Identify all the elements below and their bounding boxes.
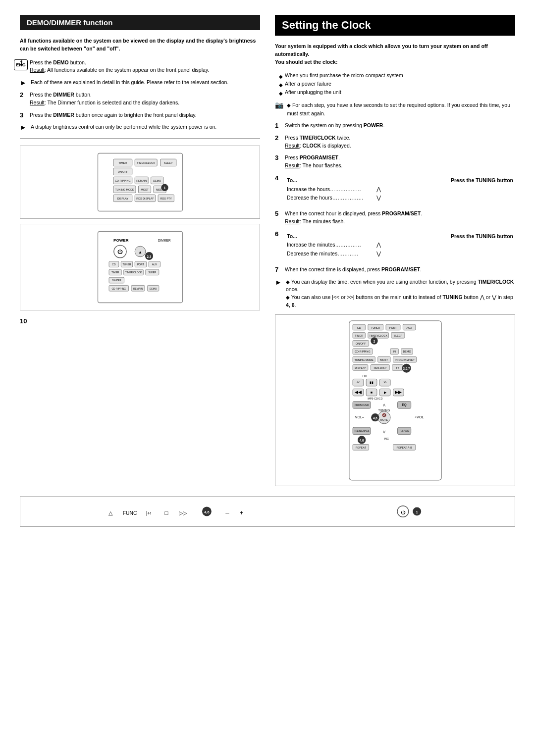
svg-text:▷▷: ▷▷ xyxy=(179,510,187,516)
step-3-content: Press the DIMMER button once again to br… xyxy=(30,111,260,119)
svg-text:TIMER/CLOCK: TIMER/CLOCK xyxy=(125,271,142,274)
svg-text:▮▮: ▮▮ xyxy=(370,380,374,385)
right-step-2: 2 Press TIMER/CLOCK twice. Result: CLOCK… xyxy=(275,134,515,150)
right-section-title: Setting the Clock xyxy=(275,15,515,36)
svg-text:△: △ xyxy=(108,510,113,516)
step-6-press-label: Press the TUNING button xyxy=(373,232,515,241)
right-footer-note: ► ◆ You can display the time, even when … xyxy=(275,278,515,309)
svg-text:MOST: MOST xyxy=(380,358,388,361)
r-step-6-content: To... Press the TUNING button Increase t… xyxy=(285,230,515,261)
right-step-5: 5 When the correct hour is displayed, pr… xyxy=(275,210,515,226)
svg-text:◀◀: ◀◀ xyxy=(354,390,361,395)
step-4-table: To... Press the TUNING button Increase t… xyxy=(285,176,515,202)
svg-text:TIMER: TIMER xyxy=(355,334,363,337)
svg-text:+10: +10 xyxy=(362,374,367,377)
step-6-to-label: To... xyxy=(285,232,373,241)
left-section-title: DEMO/DIMMER function xyxy=(20,15,260,30)
svg-text:DISPLAY: DISPLAY xyxy=(117,197,128,200)
remote-diagram-3: CD TUNER PORT AUX TIMER TIMER/CLOCK SLEE… xyxy=(348,320,442,481)
step-4-to-label: To... xyxy=(285,176,373,185)
r-step-3-num: 3 xyxy=(275,154,282,161)
svg-text:4,6: 4,6 xyxy=(204,510,209,514)
r-step-7-content: When the correct time is displayed, pres… xyxy=(285,266,515,274)
svg-text:TREBLE/BASS: TREBLE/BASS xyxy=(354,430,369,432)
svg-text:⋁: ⋁ xyxy=(382,430,385,434)
diamond-icon-2: ◆ xyxy=(279,81,283,89)
left-step-3: 3 Press the DIMMER button once again to … xyxy=(20,111,260,119)
step-2-content: Press the DIMMER button. Result: The Dim… xyxy=(30,91,260,107)
left-arrow-note-1: ► Each of these are explained in detail … xyxy=(20,79,260,87)
svg-text:CD RIPPING: CD RIPPING xyxy=(111,288,126,290)
svg-text:DEMO: DEMO xyxy=(149,288,157,290)
right-step-1: 1 Switch the system on by pressing POWER… xyxy=(275,122,515,130)
right-step-3: 3 Press PROGRAM/SET. Result: The hour fl… xyxy=(275,154,515,170)
page-number: 10 xyxy=(20,317,260,325)
arrow-note-1-content: Each of these are explained in detail in… xyxy=(31,79,260,87)
step-6-row2-symbol: ⋁ xyxy=(373,250,515,258)
svg-text:ON/OFF: ON/OFF xyxy=(117,170,128,173)
step-4-row2-action: Decrease the hours……………… xyxy=(285,194,373,202)
svg-text:MUTE: MUTE xyxy=(380,418,388,421)
remote-diagram-1: TIMER TIMER/CLOCK SLEEP ON/OFF CD RIPPIN… xyxy=(96,151,185,213)
bullet-item-3: ◆ After unplugging the unit xyxy=(279,89,515,97)
left-intro: All functions available on the system ca… xyxy=(20,37,260,53)
diamond-icon-1: ◆ xyxy=(279,73,283,80)
svg-text:🔇: 🔇 xyxy=(381,412,386,417)
svg-text:⏻: ⏻ xyxy=(401,509,406,515)
r-step-6-num: 6 xyxy=(275,230,282,238)
svg-text:+VOL: +VOL xyxy=(414,415,424,419)
r-step-1-content: Switch the system on by pressing POWER. xyxy=(285,122,515,130)
svg-text:RDS DISP: RDS DISP xyxy=(374,366,386,369)
r-step-5-num: 5 xyxy=(275,210,282,217)
svg-text:TUNER: TUNER xyxy=(371,326,380,329)
svg-text:DIMMER: DIMMER xyxy=(158,239,171,242)
note-tip-block: 📷 ◆ For each step, you have a few second… xyxy=(275,101,515,118)
left-step-1: 1 Press the DEMO button. Result: All fun… xyxy=(20,59,260,75)
svg-text:IN: IN xyxy=(393,350,396,353)
step-4-row1-symbol: ⋀ xyxy=(373,185,515,194)
svg-text:TUNING MODE: TUNING MODE xyxy=(115,188,134,191)
svg-text:4,6: 4,6 xyxy=(373,416,377,420)
step-1-content: Press the DEMO button. Result: All funct… xyxy=(30,59,260,75)
svg-text:ING: ING xyxy=(384,437,389,440)
svg-text:DEMO: DEMO xyxy=(153,179,161,182)
page: ENG DEMO/DIMMER function All functions a… xyxy=(0,0,535,756)
svg-text:REPEAT A-B: REPEAT A-B xyxy=(396,446,412,449)
bullet-item-1: ◆ When you first purchase the micro-comp… xyxy=(279,72,515,80)
r-step-4-num: 4 xyxy=(275,174,282,182)
right-intro: Your system is equipped with a clock whi… xyxy=(275,43,515,66)
r-step-2-num: 2 xyxy=(275,134,282,142)
svg-text:⋀: ⋀ xyxy=(382,403,385,406)
svg-text:AUX: AUX xyxy=(152,263,157,266)
svg-text:□: □ xyxy=(165,510,168,516)
bullet-list: ◆ When you first purchase the micro-comp… xyxy=(279,72,515,97)
bullet-item-2: ◆ After a power failure xyxy=(279,80,515,89)
eng-label: ENG xyxy=(16,62,26,67)
arrow-right-icon-3: ► xyxy=(275,278,283,286)
svg-text:PORT: PORT xyxy=(137,263,144,266)
svg-text:SLEEP: SLEEP xyxy=(393,334,402,337)
svg-text:CD: CD xyxy=(112,263,116,266)
diamond-icon-3: ◆ xyxy=(279,90,283,97)
remote-diagram-2: POWER DIMMER ⏻ ▲ 2,3 CD TUNER xyxy=(96,229,185,305)
step-4-row1-action: Increase the hours……………… xyxy=(285,185,373,194)
svg-text:‹‹: ‹‹ xyxy=(356,380,359,385)
svg-text:▲: ▲ xyxy=(138,250,142,254)
svg-text:REMAIN: REMAIN xyxy=(136,179,147,182)
left-column: DEMO/DIMMER function All functions avail… xyxy=(20,15,260,491)
note-tip-content: ◆ For each step, you have a few seconds … xyxy=(287,101,515,118)
svg-text:MP3-CD/CD: MP3-CD/CD xyxy=(368,397,382,400)
svg-text:TIMER: TIMER xyxy=(111,271,119,274)
left-step-2: 2 Press the DIMMER button. Result: The D… xyxy=(20,91,260,107)
svg-rect-140 xyxy=(104,502,431,521)
two-column-layout: DEMO/DIMMER function All functions avail… xyxy=(20,15,515,491)
svg-text:RDS PTY: RDS PTY xyxy=(160,197,172,200)
step-6-row1-action: Increase the minutes…………… xyxy=(285,241,373,250)
svg-text:TY: TY xyxy=(396,366,399,369)
svg-text:+: + xyxy=(239,509,243,516)
svg-text:ON/OFF: ON/OFF xyxy=(111,280,121,282)
svg-text:|‹‹: |‹‹ xyxy=(146,510,152,516)
svg-text:RDS DISPLAY: RDS DISPLAY xyxy=(136,197,154,200)
svg-text:POWER: POWER xyxy=(113,238,129,243)
svg-text:REPEAT: REPEAT xyxy=(355,446,366,449)
